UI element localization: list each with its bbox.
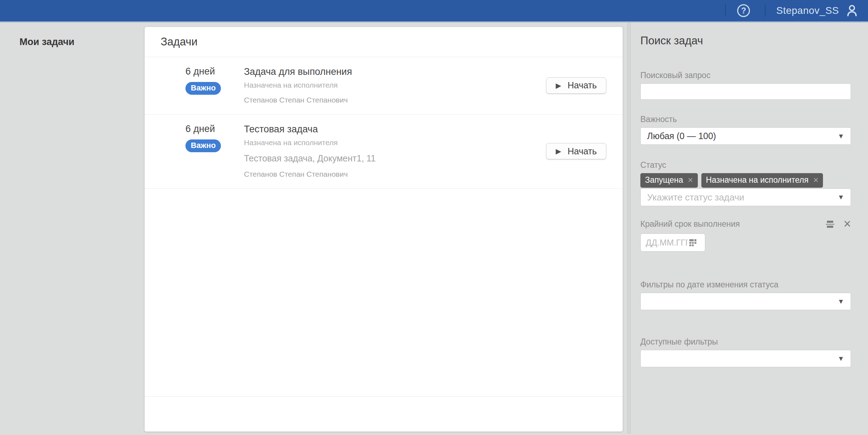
help-icon-glyph: ? bbox=[741, 6, 746, 16]
status-group: Статус Запущена × Назначена на исполните… bbox=[640, 160, 851, 206]
importance-badge: Важно bbox=[185, 82, 221, 95]
importance-badge: Важно bbox=[185, 139, 221, 152]
query-label: Поисковый запрос bbox=[640, 71, 851, 80]
deadline-date-box bbox=[640, 233, 705, 252]
task-status: Назначена на исполнителя bbox=[244, 81, 546, 89]
main-column: Задачи 6 дней Важно Задача для выполнени… bbox=[144, 22, 623, 434]
importance-label: Важность bbox=[640, 115, 851, 124]
header-divider bbox=[725, 5, 726, 17]
task-meta: 6 дней Важно bbox=[185, 124, 230, 152]
task-description: Тестовая задача, Документ1, 11 bbox=[244, 153, 546, 164]
deadline-date-input[interactable] bbox=[646, 238, 688, 248]
deadline-group: Крайний срок выполнения × bbox=[640, 219, 851, 252]
chip-close-icon[interactable]: × bbox=[688, 176, 693, 184]
sidebar: Мои задачи bbox=[0, 22, 144, 434]
task-title: Тестовая задача bbox=[244, 124, 546, 135]
range-filter-icon[interactable] bbox=[826, 221, 834, 228]
status-chip: Запущена × bbox=[640, 173, 698, 188]
tasks-list: 6 дней Важно Задача для выполнения Назна… bbox=[145, 57, 623, 396]
chevron-down-icon: ▼ bbox=[838, 298, 844, 305]
deadline-icons: × bbox=[826, 219, 851, 229]
task-main: Тестовая задача Назначена на исполнителя… bbox=[244, 124, 546, 178]
status-input[interactable] bbox=[647, 192, 834, 203]
status-chip: Назначена на исполнителя × bbox=[701, 173, 823, 188]
importance-select[interactable]: Любая (0 — 100) ▼ bbox=[640, 127, 851, 145]
query-input[interactable] bbox=[640, 83, 851, 100]
task-status: Назначена на исполнителя bbox=[244, 138, 546, 147]
status-date-filter-select[interactable]: ▼ bbox=[640, 293, 851, 310]
status-date-filter-group: Фильтры по дате изменения статуса ▼ bbox=[640, 280, 851, 310]
query-group: Поисковый запрос bbox=[640, 71, 851, 100]
chevron-down-icon: ▼ bbox=[838, 193, 844, 201]
tasks-card-footer bbox=[145, 396, 623, 431]
clear-deadline-icon[interactable]: × bbox=[844, 219, 851, 229]
importance-group: Важность Любая (0 — 100) ▼ bbox=[640, 115, 851, 145]
range-filter-icon-bar bbox=[827, 221, 833, 223]
status-date-filter-label: Фильтры по дате изменения статуса bbox=[640, 280, 851, 290]
available-filters-label: Доступные фильтры bbox=[640, 337, 851, 347]
scrollbar-track[interactable] bbox=[627, 22, 631, 434]
username: Stepanov_SS bbox=[776, 5, 839, 16]
task-assignee: Степанов Степан Степанович bbox=[244, 96, 546, 104]
person-icon bbox=[845, 4, 859, 18]
sidebar-item-my-tasks[interactable]: Мои задачи bbox=[20, 37, 137, 48]
gap bbox=[623, 22, 627, 434]
importance-value: Любая (0 — 100) bbox=[647, 131, 834, 141]
user-menu[interactable]: Stepanov_SS bbox=[776, 4, 859, 18]
chip-close-icon[interactable]: × bbox=[813, 176, 818, 184]
task-main: Задача для выполнения Назначена на испол… bbox=[244, 66, 546, 104]
tasks-title: Задачи bbox=[161, 35, 197, 48]
available-filters-select[interactable]: ▼ bbox=[640, 350, 851, 367]
tasks-card-header: Задачи bbox=[145, 27, 623, 57]
play-icon: ▶ bbox=[556, 148, 561, 155]
page-layout: Мои задачи Задачи 6 дней Важно Задача дл… bbox=[0, 22, 868, 434]
task-row[interactable]: 6 дней Важно Задача для выполнения Назна… bbox=[145, 57, 623, 115]
chevron-down-icon: ▼ bbox=[838, 132, 844, 140]
task-due: 6 дней bbox=[185, 66, 215, 77]
start-task-button[interactable]: ▶ Начать bbox=[546, 77, 606, 94]
app-header: ? Stepanov_SS bbox=[0, 0, 868, 22]
deadline-label-row: Крайний срок выполнения × bbox=[640, 219, 851, 229]
sidebar-item-label: Мои задачи bbox=[20, 37, 74, 47]
calendar-grid-icon bbox=[688, 237, 698, 248]
play-icon: ▶ bbox=[556, 82, 561, 89]
range-filter-icon-line bbox=[826, 224, 834, 225]
task-title: Задача для выполнения bbox=[244, 66, 546, 77]
task-assignee: Степанов Степан Степанович bbox=[244, 170, 546, 178]
task-row[interactable]: 6 дней Важно Тестовая задача Назначена н… bbox=[145, 115, 623, 189]
chevron-down-icon: ▼ bbox=[838, 355, 844, 363]
start-task-button[interactable]: ▶ Начать bbox=[546, 143, 606, 159]
task-meta: 6 дней Важно bbox=[185, 66, 230, 95]
calendar-picker-button[interactable] bbox=[688, 237, 698, 248]
status-chip-label: Назначена на исполнителя bbox=[706, 176, 808, 185]
task-due: 6 дней bbox=[185, 124, 215, 134]
search-panel: Поиск задач Поисковый запрос Важность Лю… bbox=[631, 22, 868, 434]
status-chip-label: Запущена bbox=[645, 176, 683, 185]
tasks-card: Задачи 6 дней Важно Задача для выполнени… bbox=[144, 27, 623, 432]
status-chips: Запущена × Назначена на исполнителя × bbox=[640, 173, 851, 188]
range-filter-icon-bar bbox=[827, 226, 833, 228]
status-select[interactable]: ▼ bbox=[640, 188, 851, 206]
help-icon[interactable]: ? bbox=[737, 4, 750, 17]
search-panel-title: Поиск задач bbox=[640, 34, 851, 47]
header-divider bbox=[765, 5, 766, 17]
start-button-label: Начать bbox=[568, 80, 597, 90]
header-right-cluster: ? Stepanov_SS bbox=[725, 4, 859, 18]
deadline-label: Крайний срок выполнения bbox=[640, 219, 740, 229]
available-filters-group: Доступные фильтры ▼ bbox=[640, 337, 851, 367]
status-label: Статус bbox=[640, 160, 851, 170]
start-button-label: Начать bbox=[568, 146, 597, 156]
